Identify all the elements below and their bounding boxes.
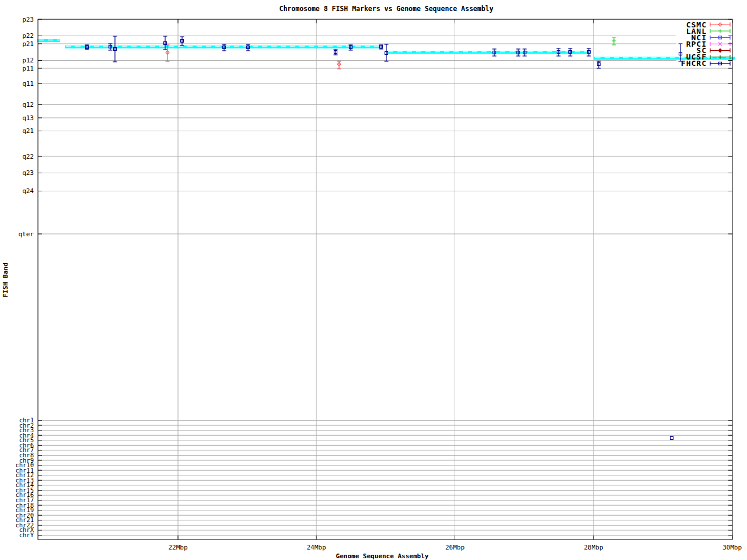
data-point-fhcrc [587, 48, 591, 56]
y-tick-label-p23: p23 [22, 16, 34, 23]
x-tick-label-30Mbp: 30Mbp [722, 544, 742, 551]
y-tick-label-p21: p21 [22, 40, 34, 48]
data-point-fhcrc [516, 49, 521, 56]
data-point-fhcrc [222, 44, 226, 51]
FHCRC-square-marker [671, 437, 673, 440]
chart-title: Chromosome 8 FISH Markers vs Genome Sequ… [280, 5, 494, 13]
y-tick-label-q24: q24 [22, 187, 34, 195]
data-point-fhcrc [180, 37, 184, 46]
x-tick-label-22Mbp: 22Mbp [168, 544, 187, 551]
y-tick-label-q23: q23 [22, 169, 34, 177]
x-axis-title: Genome Sequence Assembly [336, 552, 429, 560]
axes: p23p22p21p12p11q11q12q13q21q22q23q24qter… [15, 16, 742, 552]
data-point-fhcrc [246, 44, 250, 51]
y-tick-label-p22: p22 [22, 32, 34, 40]
y-tick-label-q12: q12 [22, 101, 34, 108]
y-tick-label-q22: q22 [22, 153, 34, 160]
plot-svg: Chromosome 8 FISH Markers vs Genome Sequ… [0, 0, 747, 560]
data-point-fhcrc [379, 45, 383, 49]
y-axis-title: FISH Band [2, 262, 9, 298]
y-tick-label-p11: p11 [22, 65, 34, 72]
data-point-fhcrc [597, 61, 601, 68]
y-tick-label-q11: q11 [22, 80, 34, 88]
y-tick-label-chrY: chrY [19, 531, 34, 538]
x-tick-label-28Mbp: 28Mbp [584, 544, 603, 551]
y-tick-label-q13: q13 [22, 114, 34, 122]
data-point-fhcrc [568, 48, 573, 56]
data-point-fhcrc [671, 437, 673, 440]
data-point-fhcrc [349, 45, 353, 50]
data-point-fhcrc [334, 50, 338, 55]
fish-marker-chart-page: Chromosome 8 FISH Markers vs Genome Sequ… [0, 0, 747, 560]
y-tick-label-qter: qter [19, 230, 34, 238]
x-tick-label-26Mbp: 26Mbp [445, 544, 465, 551]
data-point-fhcrc [109, 44, 113, 50]
data-points [85, 36, 683, 440]
data-point-fhcrc [85, 45, 89, 50]
data-point-fhcrc [493, 49, 497, 56]
data-point-fhcrc [113, 36, 117, 62]
y-tick-label-p12: p12 [22, 57, 34, 64]
data-point-fhcrc [523, 49, 527, 56]
plot-border [38, 19, 732, 540]
data-point-fhcrc [385, 44, 389, 61]
x-tick-label-24Mbp: 24Mbp [306, 544, 326, 551]
y-tick-label-q21: q21 [22, 127, 34, 135]
legend-label-fhcrc: FHCRC [681, 59, 707, 68]
data-point-csmc [337, 61, 341, 69]
data-point-fhcrc [557, 48, 561, 56]
gridlines [38, 19, 732, 540]
